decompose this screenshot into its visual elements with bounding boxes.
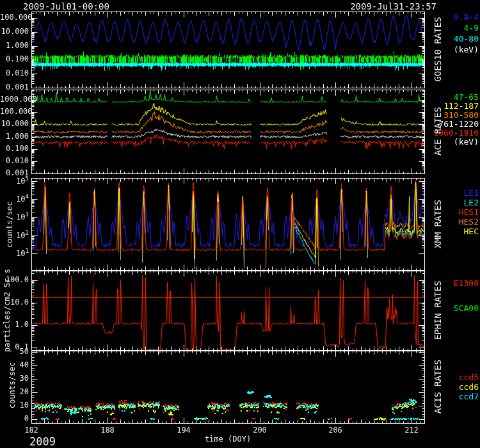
y-tick-label: 10.000	[0, 28, 29, 35]
legend-entry: ccd6	[410, 383, 479, 391]
legend-entry: HEC	[410, 227, 479, 236]
plot-end-date: 2009-Jul31-23:57	[294, 2, 436, 11]
y-tick-label: 100.000	[0, 108, 29, 115]
legend-entry: LE1	[410, 189, 479, 197]
radiation-monitor-plot: 2009-Jul01-00:00 2009-Jul31-23:57 time (…	[0, 0, 480, 448]
legend-entry: SCA00	[410, 304, 479, 312]
legend-entry: 47-65	[410, 93, 479, 101]
y-tick-label: 100.000	[0, 13, 29, 21]
legend-entry: 112-187	[410, 102, 479, 110]
plot-start-date: 2009-Jul01-00:00	[23, 2, 109, 11]
x-tick-label: 188	[96, 426, 119, 434]
y-tick-label: 104	[0, 194, 29, 203]
legend-entry: 40-80	[410, 35, 479, 43]
y-tick-label: 0.010	[0, 157, 29, 164]
legend-entry: LE2	[410, 198, 479, 207]
legend-entry: ccd7	[410, 392, 479, 401]
x-tick-label: 212	[400, 426, 423, 434]
legend-entry: (keV)	[410, 138, 479, 146]
legend-entry: E1300	[410, 279, 479, 287]
x-tick-label: 200	[248, 426, 271, 434]
x-axis-title: time (DOY)	[177, 435, 279, 443]
y-tick-label: 0.100	[0, 55, 29, 63]
y-tick-label: 10.000	[0, 120, 29, 127]
x-tick-label: 182	[20, 426, 43, 434]
y-tick-label: 1.000	[0, 132, 29, 140]
legend-entry: 1060-1910	[410, 129, 479, 137]
x-tick-label: 206	[324, 426, 347, 434]
legend-entry: 310-580	[410, 111, 479, 119]
panel-side-label: ACIS RATES	[433, 329, 442, 444]
y-tick-label: 0.100	[0, 145, 29, 152]
x-tick-label: 194	[172, 426, 195, 434]
y-tick-label: 105	[0, 176, 29, 185]
y-tick-label: 103	[0, 212, 29, 221]
y-tick-label: 1000.000	[0, 95, 29, 103]
legend-entry: (keV)	[410, 45, 479, 54]
legend-entry: ccd5	[410, 373, 479, 381]
legend-entry: 761-1220	[410, 120, 479, 128]
y-axis-unit-label: counts/sec	[8, 328, 16, 443]
rates-plot-canvas	[0, 0, 480, 448]
y-tick-label: 0.001	[0, 83, 29, 91]
legend-entry: HES2	[410, 218, 479, 226]
legend-entry: 0.8-4	[410, 13, 479, 21]
y-tick-label: 0.010	[0, 69, 29, 77]
x-axis-year: 2009	[29, 436, 56, 447]
legend-entry: 4-9	[410, 24, 479, 32]
y-tick-label: 1.000	[0, 42, 29, 49]
y-tick-label: 102	[0, 230, 29, 239]
legend-entry: HES1	[410, 208, 479, 216]
